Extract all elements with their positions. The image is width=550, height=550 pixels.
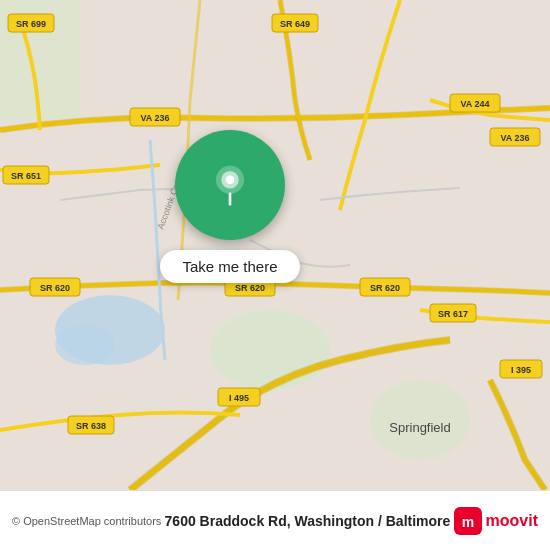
moovit-name: moovit (486, 512, 538, 530)
svg-point-2 (55, 325, 115, 365)
svg-text:SR 617: SR 617 (438, 309, 468, 319)
svg-text:I 395: I 395 (511, 365, 531, 375)
copyright-text: © OpenStreetMap contributors (12, 515, 161, 527)
svg-text:VA 236: VA 236 (500, 133, 529, 143)
svg-text:SR 620: SR 620 (370, 283, 400, 293)
svg-text:VA 244: VA 244 (460, 99, 489, 109)
svg-text:SR 699: SR 699 (16, 19, 46, 29)
svg-text:m: m (461, 514, 473, 530)
svg-text:SR 649: SR 649 (280, 19, 310, 29)
svg-text:I 495: I 495 (229, 393, 249, 403)
take-me-there-button[interactable]: Take me there (160, 250, 299, 283)
svg-text:SR 620: SR 620 (235, 283, 265, 293)
svg-point-3 (210, 310, 330, 390)
bottom-bar: © OpenStreetMap contributors 7600 Braddo… (0, 490, 550, 550)
map-area[interactable]: SR 699 SR 651 VA 236 SR 649 VA 244 VA 23… (0, 0, 550, 490)
svg-text:VA 236: VA 236 (140, 113, 169, 123)
location-popup[interactable]: Take me there (130, 130, 330, 283)
address-text: 7600 Braddock Rd, Washington / Baltimore (161, 513, 453, 529)
moovit-icon: m (454, 507, 482, 535)
moovit-logo: m moovit (454, 507, 538, 535)
pin-icon (209, 164, 251, 206)
svg-text:SR 620: SR 620 (40, 283, 70, 293)
svg-text:SR 651: SR 651 (11, 171, 41, 181)
map-pin (175, 130, 285, 240)
svg-text:Springfield: Springfield (389, 420, 450, 435)
svg-point-36 (226, 175, 235, 184)
svg-text:SR 638: SR 638 (76, 421, 106, 431)
